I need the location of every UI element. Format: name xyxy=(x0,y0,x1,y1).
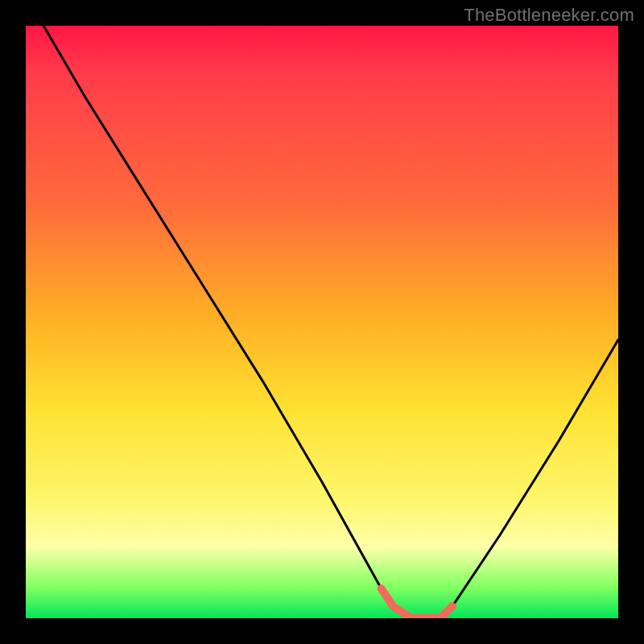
watermark-text: TheBottleneeker.com xyxy=(464,5,634,26)
highlight-segment xyxy=(382,588,452,618)
chart-frame: TheBottleneeker.com xyxy=(0,0,644,644)
plot-area xyxy=(26,26,618,618)
curve-layer xyxy=(26,26,618,618)
bottleneck-curve xyxy=(43,26,618,618)
curve-group xyxy=(43,26,618,618)
